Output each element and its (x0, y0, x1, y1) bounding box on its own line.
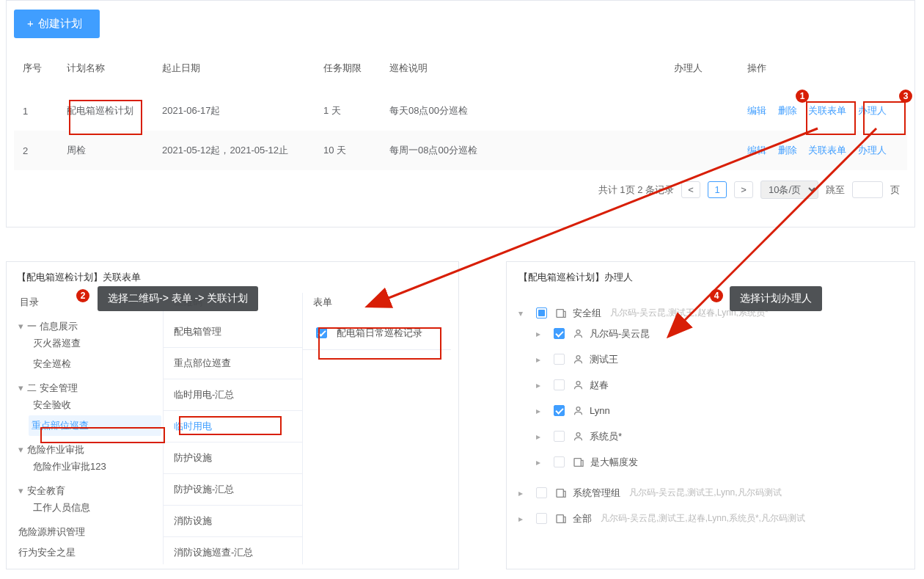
qr-item[interactable]: 消防设施巡查-汇总 (164, 537, 302, 564)
qr-item-active[interactable]: 临时用电 (164, 411, 302, 443)
chevron-down-icon[interactable]: ▾ (18, 382, 27, 393)
chevron-down-icon[interactable]: ▾ (18, 485, 27, 496)
chevron-down-icon[interactable]: ▾ (18, 321, 27, 332)
user-label[interactable]: 赵春 (590, 379, 609, 392)
create-plan-button[interactable]: +创建计划 (14, 10, 100, 38)
op-relate[interactable]: 关联表单 (808, 145, 846, 156)
tree-item[interactable]: 危险作业审批 (27, 444, 84, 455)
table-row: 1 配电箱巡检计划 2021-06-17起 1 天 每天08点00分巡检 编辑 … (14, 91, 907, 131)
op-handler[interactable]: 办理人 (858, 145, 887, 156)
tree-item[interactable]: 一 信息展示 (27, 321, 78, 332)
cell-person (665, 131, 738, 170)
qr-item[interactable]: 配电箱管理 (164, 316, 302, 348)
svg-rect-0 (557, 309, 563, 317)
relate-col2-header: 二维码 (164, 293, 302, 316)
relate-form-panel: 【配电箱巡检计划】关联表单 目录 ▾一 信息展示 灭火器巡查 安全巡检 ▾二 安… (6, 261, 459, 569)
chevron-right-icon[interactable]: ▸ (536, 406, 545, 416)
tree-item[interactable]: 行为安全之星 (18, 547, 76, 558)
cell-days: 10 天 (315, 131, 381, 170)
th-desc: 巡检说明 (381, 45, 665, 91)
group-icon (555, 487, 567, 499)
chevron-down-icon[interactable]: ▾ (518, 308, 527, 318)
qr-item[interactable]: 防护设施 (164, 443, 302, 474)
tree-item[interactable]: 安全教育 (27, 485, 65, 496)
group-checkbox[interactable] (536, 487, 547, 498)
group-checkbox[interactable] (536, 307, 547, 318)
group-label[interactable]: 全部 (573, 512, 592, 525)
op-delete[interactable]: 删除 (778, 105, 797, 116)
tree-item[interactable]: 安全验收 (33, 399, 71, 410)
pager-jump-label: 跳至 (826, 183, 845, 197)
user-checkbox[interactable] (554, 354, 565, 365)
svg-rect-7 (557, 489, 563, 497)
tree-item[interactable]: 工作人员信息 (33, 502, 90, 513)
group-checkbox[interactable] (536, 513, 547, 524)
plus-icon: + (27, 17, 34, 29)
tree-item[interactable]: 危险作业审批123 (33, 461, 106, 472)
cell-ops: 编辑 删除 关联表单 办理人 (738, 91, 907, 131)
tree-item-selected[interactable]: 重点部位巡查 (32, 420, 89, 431)
qr-item[interactable]: 消防设施 (164, 506, 302, 537)
chevron-right-icon[interactable]: ▸ (536, 431, 545, 442)
pager-next[interactable]: > (734, 181, 753, 198)
pager-size-select[interactable]: 10条/页 (760, 181, 818, 199)
svg-point-4 (576, 407, 580, 411)
qr-item[interactable]: 防护设施-汇总 (164, 474, 302, 506)
th-ops: 操作 (738, 45, 907, 91)
chevron-right-icon[interactable]: ▸ (536, 380, 545, 390)
tree-item[interactable]: 安全巡检 (33, 358, 71, 369)
cell-days: 1 天 (315, 91, 381, 131)
group-members: 凡尔码-吴云昆,测试王,赵春,Lynn,系统员*,凡尔码测试 (601, 512, 805, 525)
op-edit[interactable]: 编辑 (747, 145, 766, 156)
group-members: 凡尔码-吴云昆,测试王,赵春,Lynn,系统员* (610, 307, 769, 319)
group-icon (555, 513, 567, 525)
user-label[interactable]: 系统员* (590, 430, 622, 443)
tree-item[interactable]: 二 安全管理 (27, 382, 78, 393)
th-name: 计划名称 (58, 45, 153, 91)
user-label[interactable]: 测试王 (590, 353, 618, 366)
group-label[interactable]: 安全组 (573, 307, 601, 320)
op-handler[interactable]: 办理人 (858, 105, 887, 116)
op-relate[interactable]: 关联表单 (808, 105, 846, 116)
user-checkbox[interactable] (554, 379, 565, 390)
user-checkbox[interactable] (554, 405, 565, 416)
handler-panel: 【配电箱巡检计划】办理人 ▾ 安全组 凡尔码-吴云昆,测试王,赵春,Lynn,系… (506, 261, 915, 569)
group-label[interactable]: 是大幅度发 (590, 456, 638, 469)
pager-prev[interactable]: < (681, 181, 700, 198)
cell-person (665, 91, 738, 131)
dir-tree: ▾一 信息展示 灭火器巡查 安全巡检 ▾二 安全管理 安全验收 重点部位巡查 (17, 316, 163, 563)
svg-point-2 (576, 356, 580, 360)
user-icon (573, 405, 584, 416)
relate-panel-title: 【配电箱巡检计划】关联表单 (17, 271, 451, 284)
cell-name: 周检 (58, 131, 153, 170)
user-label[interactable]: Lynn (590, 405, 610, 416)
qr-item[interactable]: 重点部位巡查 (164, 348, 302, 379)
user-icon (573, 328, 584, 339)
op-delete[interactable]: 删除 (778, 145, 797, 156)
chevron-down-icon[interactable]: ▾ (18, 444, 27, 455)
chevron-right-icon[interactable]: ▸ (536, 457, 545, 467)
user-label[interactable]: 凡尔码-吴云昆 (590, 327, 650, 341)
th-date: 起止日期 (153, 45, 315, 91)
op-edit[interactable]: 编辑 (747, 105, 766, 116)
tree-item[interactable]: 危险源辨识管理 (18, 526, 85, 537)
handler-panel-title: 【配电箱巡检计划】办理人 (518, 271, 903, 284)
user-checkbox[interactable] (554, 328, 565, 339)
svg-point-1 (576, 330, 580, 334)
svg-rect-8 (557, 514, 563, 522)
pager-jump-input[interactable] (852, 181, 883, 198)
create-plan-label: 创建计划 (38, 17, 82, 29)
pager-current[interactable]: 1 (708, 181, 727, 198)
table-row: 2 周检 2021-05-12起，2021-05-12止 10 天 每周一08点… (14, 131, 907, 170)
chevron-right-icon[interactable]: ▸ (518, 488, 527, 498)
user-icon (573, 354, 584, 365)
group-label[interactable]: 系统管理组 (573, 487, 620, 500)
chevron-right-icon[interactable]: ▸ (536, 329, 545, 339)
form-checkbox[interactable] (316, 327, 327, 338)
tree-item[interactable]: 灭火器巡查 (33, 338, 81, 349)
group-checkbox[interactable] (554, 456, 565, 467)
chevron-right-icon[interactable]: ▸ (536, 354, 545, 365)
chevron-right-icon[interactable]: ▸ (518, 514, 527, 524)
user-checkbox[interactable] (554, 431, 565, 442)
qr-item[interactable]: 临时用电-汇总 (164, 379, 302, 411)
